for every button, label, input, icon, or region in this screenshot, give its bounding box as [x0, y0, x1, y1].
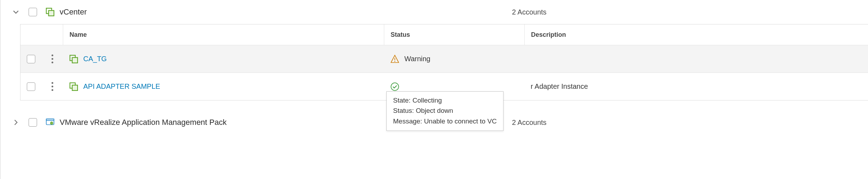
row-checkbox[interactable]	[20, 82, 42, 91]
col-description[interactable]: Description	[524, 24, 868, 45]
adapter-name-link[interactable]: CA_TG	[83, 55, 107, 63]
svg-rect-7	[72, 85, 78, 90]
adapters-table: Name Status Description Colle CA_TG	[20, 24, 868, 100]
row-status-cell: Warning	[384, 54, 524, 64]
col-name[interactable]: Name	[63, 24, 384, 45]
table-header: Name Status Description Colle	[20, 24, 868, 45]
group-title: vCenter	[60, 7, 87, 17]
row-name-cell: CA_TG	[63, 54, 384, 64]
svg-point-5	[394, 61, 396, 62]
group-header-vcenter[interactable]: vCenter 2 Accounts	[0, 0, 868, 24]
vcenter-icon	[69, 82, 78, 91]
row-menu-button[interactable]	[42, 82, 63, 91]
tooltip-line: Message: Unable to connect to VC	[393, 116, 497, 126]
row-status-cell	[384, 82, 524, 91]
management-pack-icon	[44, 118, 56, 127]
table-row[interactable]: CA_TG Warning CP_	[20, 45, 868, 73]
warning-icon	[390, 54, 399, 64]
svg-rect-3	[72, 57, 78, 63]
svg-rect-10	[46, 119, 54, 120]
group-checkbox-vcenter[interactable]	[28, 8, 38, 16]
col-status[interactable]: Status	[384, 24, 524, 45]
tooltip-line: Status: Object down	[393, 105, 497, 116]
group-checkbox-mgmtpack[interactable]	[28, 118, 38, 127]
kebab-icon	[52, 82, 53, 91]
row-menu-button[interactable]	[42, 54, 63, 63]
row-checkbox[interactable]	[20, 55, 42, 63]
group-count: 2 Accounts	[512, 119, 547, 127]
tooltip-line: State: Collecting	[393, 95, 497, 105]
check-circle-icon	[390, 82, 399, 91]
row-description: r Adapter Instance	[524, 82, 868, 91]
adapter-name-link[interactable]: API ADAPTER SAMPLE	[83, 82, 160, 91]
group-title: VMware vRealize Application Management P…	[60, 118, 227, 127]
vcenter-icon	[69, 54, 78, 64]
status-tooltip: State: Collecting Status: Object down Me…	[386, 91, 504, 131]
svg-point-8	[391, 83, 399, 91]
status-label: Warning	[404, 55, 430, 63]
group-count: 2 Accounts	[512, 8, 547, 16]
vcenter-icon	[44, 7, 56, 17]
chevron-right-icon[interactable]	[11, 119, 21, 126]
svg-rect-1	[49, 11, 54, 16]
row-name-cell: API ADAPTER SAMPLE	[63, 82, 384, 91]
chevron-down-icon[interactable]	[11, 9, 21, 15]
kebab-icon	[52, 54, 53, 63]
